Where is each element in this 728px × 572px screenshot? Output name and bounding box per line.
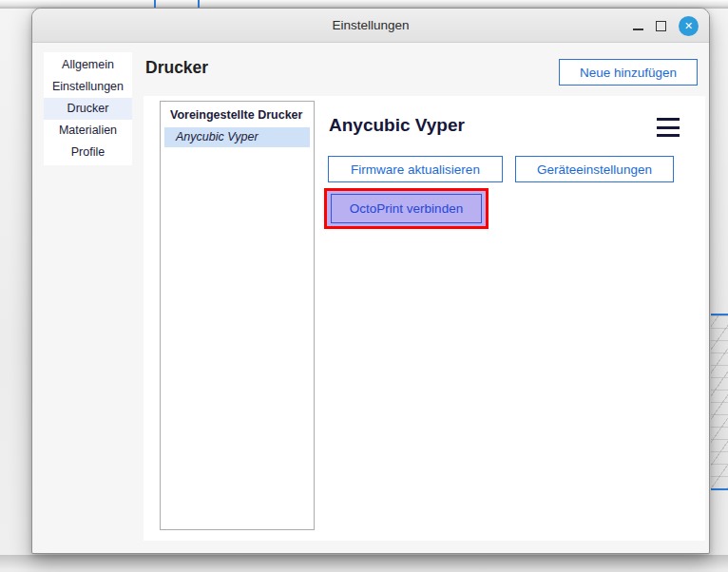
maximize-icon[interactable] (656, 21, 666, 31)
page-title: Drucker (145, 58, 208, 78)
screenshot-stage: Einstellungen ✕ Allgemein Einstellungen … (0, 0, 728, 572)
hamburger-icon[interactable] (657, 118, 680, 137)
printer-name-title: Anycubic Vyper (329, 115, 465, 136)
minimize-icon[interactable] (633, 29, 643, 30)
sidebar-item-materialien[interactable]: Materialien (44, 120, 132, 142)
settings-window: Einstellungen ✕ Allgemein Einstellungen … (31, 8, 710, 554)
titlebar[interactable]: Einstellungen ✕ (32, 9, 709, 43)
background-buildplate-grid (711, 314, 728, 490)
sidebar-item-allgemein[interactable]: Allgemein (44, 54, 132, 76)
device-settings-button[interactable]: Geräteeinstellungen (515, 156, 674, 182)
background-shadow-floor (0, 555, 728, 572)
printer-list-header: Voreingestellte Drucker (161, 108, 314, 127)
sidebar-item-drucker[interactable]: Drucker (44, 98, 132, 120)
printer-list: Voreingestellte Drucker Anycubic Vyper (160, 101, 315, 530)
window-title: Einstellungen (32, 9, 709, 43)
printers-panel: Voreingestellte Drucker Anycubic Vyper A… (144, 96, 705, 541)
update-firmware-button[interactable]: Firmware aktualisieren (328, 156, 503, 182)
highlight-annotation-box: OctoPrint verbinden (324, 188, 489, 229)
printer-list-item[interactable]: Anycubic Vyper (164, 127, 310, 147)
settings-sidebar: Allgemein Einstellungen Drucker Material… (44, 52, 132, 165)
window-controls: ✕ (633, 9, 699, 43)
sidebar-item-einstellungen[interactable]: Einstellungen (44, 76, 132, 98)
sidebar-item-profile[interactable]: Profile (44, 142, 132, 163)
octoprint-connect-button[interactable]: OctoPrint verbinden (331, 194, 482, 223)
add-printer-button[interactable]: Neue hinzufügen (559, 59, 698, 86)
close-icon[interactable]: ✕ (679, 16, 699, 36)
